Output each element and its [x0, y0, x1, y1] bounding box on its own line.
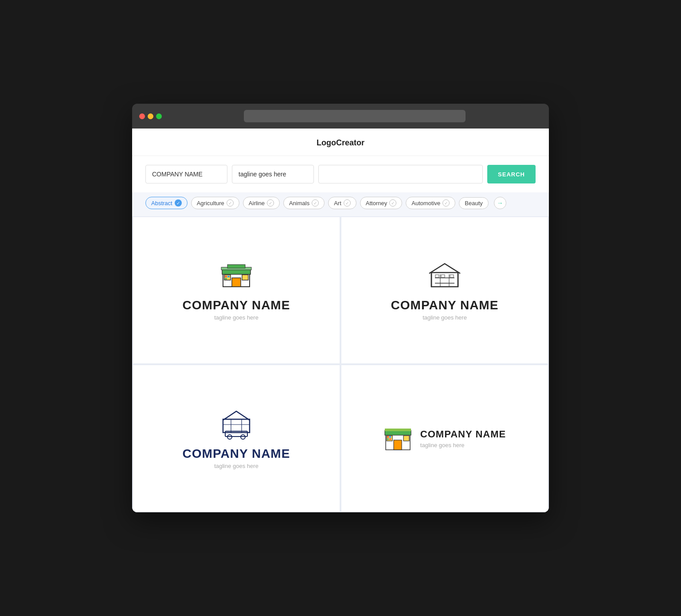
app-title: LogoCreator [317, 138, 364, 147]
logo-tagline-2: tagline goes here [423, 314, 467, 321]
check-icon: ✓ [442, 199, 450, 207]
category-label: Abstract [151, 200, 172, 207]
svg-rect-9 [227, 265, 245, 268]
category-label: Animals [289, 200, 309, 207]
maximize-button[interactable] [156, 113, 162, 119]
logo-company-name-3: COMPANY NAME [183, 447, 290, 461]
svg-rect-3 [232, 278, 241, 287]
category-beauty[interactable]: Beauty [459, 197, 488, 209]
check-icon: ✓ [227, 199, 234, 207]
category-label: Airline [249, 200, 265, 207]
category-animals[interactable]: Animals ✓ [283, 197, 325, 209]
category-airline[interactable]: Airline ✓ [243, 197, 280, 209]
logo-company-name-4: COMPANY NAME [420, 429, 506, 440]
logo-card-2[interactable]: COMPANY NAME tagline goes here [341, 217, 548, 363]
svg-rect-32 [403, 436, 409, 441]
svg-rect-7 [227, 276, 230, 277]
category-abstract[interactable]: Abstract ✓ [145, 197, 188, 209]
category-automotive[interactable]: Automotive ✓ [406, 197, 455, 209]
close-button[interactable] [139, 113, 145, 119]
check-icon: ✓ [389, 199, 396, 207]
svg-rect-17 [435, 275, 439, 277]
svg-rect-29 [385, 429, 411, 431]
app-header: LogoCreator [132, 129, 549, 156]
category-art[interactable]: Art ✓ [328, 197, 356, 209]
logo-text-4: COMPANY NAME tagline goes here [420, 429, 506, 448]
category-bar: Abstract ✓ Agriculture ✓ Airline ✓ Anima… [132, 192, 549, 216]
category-label: Agriculture [197, 200, 224, 207]
logo-icon-4 [384, 424, 412, 453]
company-name-input[interactable] [145, 165, 227, 183]
traffic-lights [139, 113, 162, 119]
check-icon: ✓ [175, 199, 182, 207]
check-icon: ✓ [312, 199, 319, 207]
browser-window: LogoCreator SEARCH Abstract ✓ Agricultur… [132, 104, 549, 512]
tagline-input[interactable] [232, 165, 314, 183]
category-label: Beauty [465, 200, 482, 207]
svg-rect-5 [242, 275, 248, 280]
logo-card-4[interactable]: COMPANY NAME tagline goes here [341, 365, 548, 511]
svg-rect-19 [450, 275, 454, 277]
svg-rect-30 [394, 440, 402, 450]
svg-rect-36 [389, 438, 391, 440]
category-agriculture[interactable]: Agriculture ✓ [191, 197, 239, 209]
browser-content: LogoCreator SEARCH Abstract ✓ Agricultur… [132, 129, 549, 512]
logo-icon-2 [427, 260, 462, 291]
logo-card-1[interactable]: COMPANY NAME tagline goes here [133, 217, 340, 363]
svg-rect-20 [223, 419, 250, 433]
category-label: Automotive [411, 200, 440, 207]
category-label: Art [334, 200, 341, 207]
additional-input[interactable] [318, 165, 483, 183]
browser-titlebar [132, 104, 549, 129]
check-icon: ✓ [267, 199, 274, 207]
logo-grid: COMPANY NAME tagline goes here [132, 216, 549, 512]
category-label: Attorney [366, 200, 387, 207]
next-categories-button[interactable]: → [494, 197, 506, 209]
logo-company-name-1: COMPANY NAME [183, 298, 290, 312]
search-button[interactable]: SEARCH [487, 165, 536, 183]
svg-rect-18 [441, 275, 445, 277]
check-icon: ✓ [344, 199, 351, 207]
logo-card-3[interactable]: COMPANY NAME tagline goes here [133, 365, 340, 511]
svg-rect-6 [225, 276, 227, 277]
search-bar: SEARCH [132, 156, 549, 192]
address-bar[interactable] [244, 110, 466, 122]
logo-tagline-1: tagline goes here [214, 314, 258, 321]
svg-rect-35 [387, 438, 389, 440]
logo-company-name-2: COMPANY NAME [391, 298, 499, 312]
svg-rect-33 [387, 436, 389, 438]
category-attorney[interactable]: Attorney ✓ [360, 197, 402, 209]
logo-icon-1 [219, 260, 254, 291]
logo-tagline-4: tagline goes here [420, 442, 506, 448]
minimize-button[interactable] [148, 113, 153, 119]
logo-tagline-3: tagline goes here [214, 463, 258, 469]
logo-icon-3 [216, 408, 256, 440]
svg-rect-8 [225, 278, 227, 280]
svg-rect-34 [389, 436, 391, 438]
